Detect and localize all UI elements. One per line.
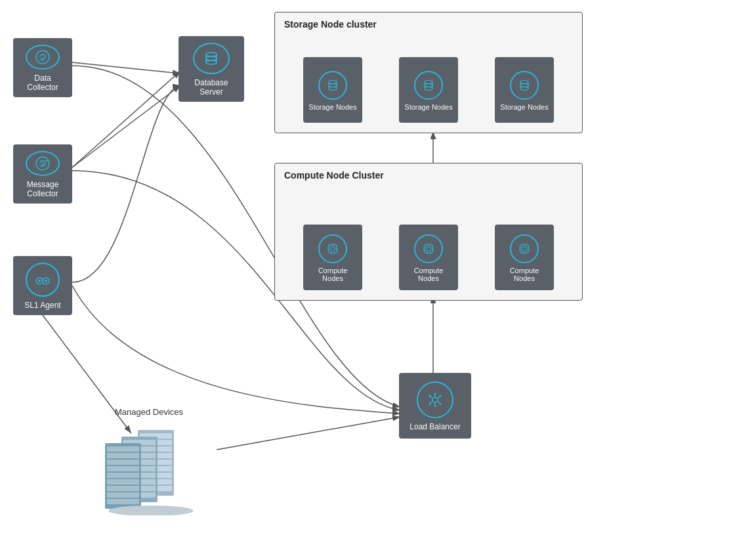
svg-point-21 (329, 80, 337, 83)
svg-line-1 (72, 62, 180, 74)
svg-point-15 (45, 280, 47, 282)
compute-node-2-label: Compute Nodes (404, 267, 453, 282)
svg-rect-115 (107, 466, 139, 471)
storage-node-3-label: Storage Nodes (500, 103, 548, 111)
svg-point-29 (425, 87, 432, 90)
svg-point-35 (520, 83, 528, 87)
storage-node-2-icon (414, 71, 443, 100)
compute-node-1: Compute Nodes (303, 225, 362, 290)
svg-rect-64 (520, 245, 528, 253)
svg-line-7 (72, 71, 180, 167)
svg-rect-116 (107, 473, 139, 478)
svg-rect-114 (107, 460, 139, 465)
architecture-diagram: Data Collector Message Collector S (0, 0, 756, 539)
data-collector-icon (26, 45, 60, 70)
storage-node-1-label: Storage Nodes (308, 103, 356, 111)
compute-node-1-icon (318, 234, 347, 263)
svg-rect-51 (427, 247, 430, 251)
svg-rect-36 (329, 245, 337, 253)
storage-node-2: Storage Nodes (399, 57, 458, 123)
compute-cluster: Compute Node Cluster (274, 163, 583, 301)
load-balancer-node: Load Balancer (399, 373, 471, 439)
compute-node-3-label: Compute Nodes (500, 267, 549, 282)
storage-node-3: Storage Nodes (495, 57, 554, 123)
svg-rect-120 (107, 499, 139, 504)
svg-point-26 (425, 80, 432, 83)
svg-rect-50 (425, 245, 432, 253)
svg-point-19 (206, 60, 217, 64)
svg-line-2 (72, 85, 180, 167)
svg-point-16 (206, 53, 217, 56)
svg-point-24 (329, 87, 337, 90)
message-collector-node: Message Collector (13, 144, 72, 204)
compute-node-1-label: Compute Nodes (308, 267, 357, 282)
svg-rect-112 (107, 446, 139, 452)
message-collector-label: Message Collector (18, 180, 67, 198)
database-server-icon (193, 43, 230, 74)
compute-node-3: Compute Nodes (495, 225, 554, 290)
data-collector-label: Data Collector (18, 74, 67, 92)
managed-devices-label: Managed Devices (115, 407, 183, 417)
svg-line-4 (217, 417, 400, 450)
svg-rect-37 (331, 247, 335, 251)
managed-devices-illustration (102, 423, 207, 515)
load-balancer-label: Load Balancer (410, 422, 460, 431)
svg-rect-65 (522, 247, 526, 251)
svg-point-85 (434, 393, 436, 395)
compute-node-3-icon (510, 234, 539, 263)
svg-point-87 (440, 403, 442, 405)
compute-node-2: Compute Nodes (399, 225, 458, 290)
svg-point-14 (38, 280, 41, 282)
storage-node-1: Storage Nodes (303, 57, 362, 123)
sl1-agent-icon (26, 263, 60, 297)
storage-cluster-title: Storage Node cluster (284, 19, 377, 30)
compute-cluster-title: Compute Node Cluster (284, 170, 384, 181)
svg-rect-119 (107, 492, 139, 498)
svg-point-90 (429, 395, 431, 397)
svg-point-88 (434, 405, 436, 407)
svg-rect-117 (107, 479, 139, 485)
sl1-agent-node: SL1 Agent (13, 256, 72, 315)
storage-cluster-nodes: Storage Nodes Storage Nodes (275, 51, 582, 133)
svg-point-78 (432, 397, 438, 402)
svg-point-30 (425, 83, 432, 87)
load-balancer-icon (417, 381, 453, 418)
svg-point-34 (520, 87, 528, 90)
database-server-label: Database Server (184, 78, 239, 97)
database-server-node: Database Server (178, 36, 244, 102)
data-collector-node: Data Collector (13, 38, 72, 97)
svg-point-89 (429, 403, 431, 405)
svg-point-86 (440, 395, 442, 397)
storage-node-1-icon (318, 71, 347, 100)
storage-node-3-icon (510, 71, 539, 100)
sl1-agent-label: SL1 Agent (24, 301, 60, 310)
compute-cluster-nodes: Compute Nodes (275, 218, 582, 300)
svg-rect-113 (107, 453, 139, 458)
svg-point-31 (520, 80, 528, 83)
storage-node-2-label: Storage Nodes (404, 103, 452, 111)
compute-node-2-icon (414, 234, 443, 263)
svg-point-25 (329, 83, 337, 87)
svg-rect-118 (107, 486, 139, 491)
svg-point-20 (206, 56, 217, 60)
message-collector-icon (26, 151, 60, 176)
storage-cluster: Storage Node cluster Storage Nodes (274, 12, 583, 133)
